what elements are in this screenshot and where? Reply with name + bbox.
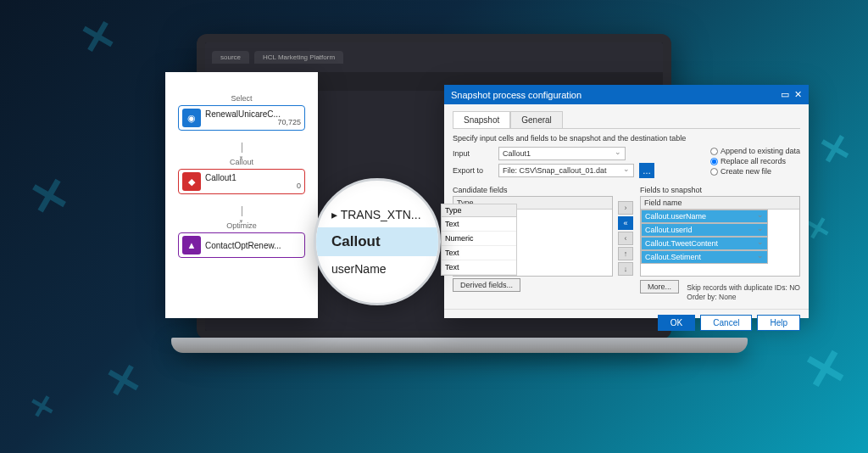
magnified-item: userName xyxy=(328,257,426,281)
browser-tab[interactable]: HCL Marketing Platform xyxy=(254,51,343,64)
transfer-buttons: › « ‹ ↑ ↓ xyxy=(618,186,635,302)
background-decoration: ✕ xyxy=(75,9,122,66)
flow-node-name: RenewalUnicareC...70,725 xyxy=(205,109,301,127)
radio-create[interactable]: Create new file xyxy=(710,167,800,176)
add-all-button[interactable]: « xyxy=(618,216,633,230)
list-item[interactable]: Callout.Setiment xyxy=(641,250,768,264)
list-item[interactable]: Callout.userId xyxy=(641,223,768,237)
derived-fields-button[interactable]: Derived fields... xyxy=(453,278,520,292)
ok-button[interactable]: OK xyxy=(658,315,695,331)
snapshot-fields-label: Fields to snapshot xyxy=(640,186,800,194)
magnifier-lens: ▸ TRANS_XTN... Callout userName xyxy=(314,178,441,305)
background-decoration: ✕ xyxy=(24,165,75,228)
snapshot-fields-list[interactable]: Field name Callout.userNameCallout.userI… xyxy=(640,196,800,277)
tab-snapshot[interactable]: Snapshot xyxy=(453,111,510,128)
tab-general[interactable]: General xyxy=(510,111,563,128)
list-item: Text xyxy=(442,260,516,275)
browser-tab[interactable]: source xyxy=(212,51,249,64)
list-item: Text xyxy=(442,246,516,260)
remove-one-button[interactable]: ‹ xyxy=(618,232,633,245)
input-label: Input xyxy=(453,149,493,158)
minimize-icon[interactable]: ▭ xyxy=(781,89,789,100)
more-button[interactable]: More... xyxy=(640,280,679,294)
flow-node-box[interactable]: ▲ ContactOptRenew... xyxy=(178,232,305,258)
background-decoration: ✕ xyxy=(25,388,58,427)
radio-append[interactable]: Append to existing data xyxy=(710,147,800,155)
export-select[interactable]: File: CSV\Snap_callout_01.dat xyxy=(498,164,634,177)
export-browse-button[interactable]: … xyxy=(639,163,654,178)
list-item[interactable]: Callout.userName xyxy=(641,210,768,223)
add-one-button[interactable]: › xyxy=(618,201,633,215)
write-mode-radios: Append to existing data Replace all reco… xyxy=(710,147,800,181)
dialog-footer: OK Cancel Help xyxy=(444,309,809,336)
flow-node-name: ContactOptRenew... xyxy=(205,241,301,250)
move-up-button[interactable]: ↑ xyxy=(618,247,633,260)
dialog-tabs: Snapshot General xyxy=(453,111,800,129)
close-icon[interactable]: ✕ xyxy=(794,89,802,100)
export-label: Export to xyxy=(453,166,493,175)
type-list-overlay: Type TextNumericTextText xyxy=(441,204,517,276)
flow-node-icon: ▲ xyxy=(182,236,201,254)
background-decoration: ✕ xyxy=(100,353,147,410)
snapshot-config-dialog: Snapshot process configuration ▭ ✕ Snaps… xyxy=(444,85,809,318)
help-button[interactable]: Help xyxy=(757,315,800,331)
flow-node-icon: ◉ xyxy=(182,109,201,127)
flow-node-box[interactable]: ◉ RenewalUnicareC...70,725 xyxy=(178,105,305,131)
background-decoration: ✕ xyxy=(814,124,856,176)
background-decoration: ✕ xyxy=(798,335,854,404)
magnified-item: ▸ TRANS_XTN... xyxy=(328,203,426,226)
field-name-header: Field name xyxy=(641,197,799,210)
flow-node-box[interactable]: ◆ Callout10 xyxy=(178,169,305,194)
list-item: Text xyxy=(442,217,516,232)
radio-replace[interactable]: Replace all records xyxy=(710,157,800,165)
magnified-item-highlighted: Callout xyxy=(316,227,438,256)
flow-node-icon: ◆ xyxy=(182,172,201,191)
flow-node-label: Select xyxy=(178,94,305,103)
input-select[interactable]: Callout1 xyxy=(498,147,626,160)
move-down-button[interactable]: ↓ xyxy=(618,262,633,276)
flow-node-label: Optimize xyxy=(178,221,305,230)
dialog-titlebar[interactable]: Snapshot process configuration ▭ ✕ xyxy=(444,85,809,104)
options-summary: Skip records with duplicate IDs: NO Orde… xyxy=(687,283,800,302)
instruction-text: Specify input cells and fields to be sna… xyxy=(453,134,800,143)
flow-node-label: Callout xyxy=(178,158,305,166)
list-item[interactable]: Callout.TweetContent xyxy=(641,237,768,250)
flow-node-name: Callout10 xyxy=(205,173,301,191)
browser-tab-bar: source HCL Marketing Platform xyxy=(205,42,663,72)
laptop-base xyxy=(171,338,748,353)
list-item: Numeric xyxy=(442,232,516,246)
flowchart-panel: Select ◉ RenewalUnicareC...70,725 Callou… xyxy=(165,72,318,318)
cancel-button[interactable]: Cancel xyxy=(700,315,752,331)
candidate-fields-label: Candidate fields xyxy=(453,186,613,194)
dialog-title-text: Snapshot process configuration xyxy=(451,90,581,100)
